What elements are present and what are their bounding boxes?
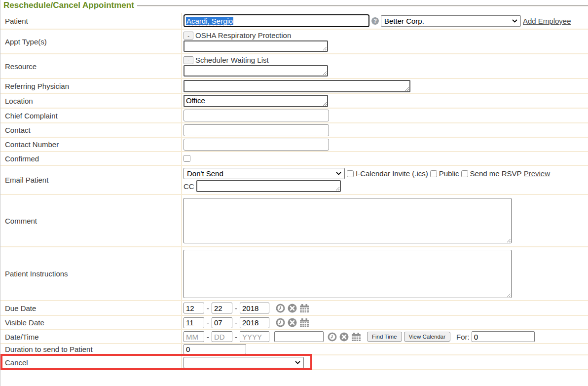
patient-instructions-input[interactable] [184, 250, 512, 298]
icalendar-checkbox[interactable] [347, 170, 354, 177]
contact-number-label: Contact Number [0, 138, 182, 151]
date-separator: - [207, 304, 209, 312]
patient-label: Patient [0, 13, 182, 29]
email-send-select[interactable]: Don't Send [184, 168, 345, 179]
referring-physician-label: Referring Physician [0, 79, 182, 93]
due-date-month-input[interactable] [184, 303, 204, 313]
date-separator: - [207, 333, 209, 341]
clear-date-icon[interactable] [339, 332, 349, 342]
company-select[interactable]: Better Corp. [381, 15, 521, 27]
row-location: Location Office [0, 94, 588, 109]
legend-rule [137, 5, 588, 6]
appt-type-selected: OSHA Respiratory Protection [195, 31, 291, 39]
row-date-time: Date/Time - - Find Time View Calendar [0, 330, 588, 344]
resource-remove-button[interactable]: - [184, 56, 193, 64]
referring-physician-input[interactable] [184, 80, 410, 92]
form-header: Reschedule/Cancel Appointment [0, 0, 588, 13]
row-duration: Duration to send to Patient [0, 344, 588, 355]
rsvp-checkbox-label: Send me RSVP [470, 169, 522, 178]
company-select-value: Better Corp. [384, 17, 424, 25]
clear-date-icon[interactable] [288, 318, 297, 327]
email-send-select-value: Don't Send [187, 169, 223, 178]
date-time-month-input[interactable] [184, 331, 204, 342]
appt-type-label: Appt Type(s) [0, 30, 182, 53]
appt-type-input[interactable] [184, 40, 328, 52]
row-contact: Contact [0, 123, 588, 138]
date-separator: - [235, 318, 237, 327]
due-date-year-input[interactable] [240, 303, 269, 313]
date-time-year-input[interactable] [240, 331, 269, 342]
reschedule-cancel-form: Reschedule/Cancel Appointment Patient Ac… [0, 0, 588, 386]
row-due-date: Due Date - - [0, 301, 588, 316]
chevron-down-icon [512, 19, 517, 23]
calendar-icon[interactable] [299, 318, 309, 327]
date-separator: - [235, 304, 237, 312]
cc-label: CC [184, 182, 194, 191]
patient-instructions-label: Patient Instructions [0, 247, 182, 300]
date-separator: - [235, 333, 237, 341]
calendar-icon[interactable] [351, 332, 361, 342]
chevron-down-icon [295, 361, 300, 364]
comment-label: Comment [0, 195, 182, 246]
clear-date-icon[interactable] [288, 304, 297, 313]
row-cancel: Cancel [0, 355, 588, 370]
row-comment: Comment [0, 195, 588, 247]
resource-input[interactable] [184, 65, 328, 77]
row-referring-physician: Referring Physician [0, 79, 588, 94]
help-icon[interactable]: ? [371, 17, 379, 25]
calendar-icon[interactable] [299, 304, 309, 313]
for-label: For: [456, 333, 470, 341]
row-confirmed: Confirmed [0, 152, 588, 166]
due-date-label: Due Date [0, 301, 182, 315]
public-checkbox-label: Public [439, 169, 459, 178]
duration-input[interactable] [184, 344, 246, 354]
clock-icon[interactable] [276, 304, 285, 313]
duration-label: Duration to send to Patient [0, 344, 182, 354]
cancel-label: Cancel [0, 355, 182, 369]
resource-selected: Scheduler Waiting List [195, 56, 269, 64]
due-date-day-input[interactable] [212, 303, 232, 313]
row-email-patient: Email Patient Don't Send I-Calendar Invi… [0, 166, 588, 195]
view-calendar-button[interactable]: View Calendar [404, 332, 451, 342]
contact-input[interactable] [184, 124, 329, 136]
rsvp-checkbox[interactable] [461, 170, 468, 177]
public-checkbox[interactable] [430, 170, 437, 177]
confirmed-label: Confirmed [0, 152, 182, 165]
row-resource: Resource - Scheduler Waiting List [0, 54, 588, 79]
row-chief-complaint: Chief Complaint [0, 109, 588, 123]
add-employee-link[interactable]: Add Employee [523, 17, 571, 25]
row-appt-type: Appt Type(s) - OSHA Respiratory Protecti… [0, 30, 588, 54]
date-time-label: Date/Time [0, 330, 182, 343]
confirmed-checkbox[interactable] [184, 155, 190, 162]
resource-label: Resource [0, 54, 182, 78]
patient-input-selected-text: Acardi, Sergio [186, 17, 233, 25]
cc-input[interactable] [196, 180, 341, 192]
contact-number-input[interactable] [184, 139, 329, 151]
contact-label: Contact [0, 123, 182, 137]
chief-complaint-label: Chief Complaint [0, 109, 182, 122]
chevron-down-icon [336, 172, 341, 175]
cancel-select[interactable] [184, 357, 304, 368]
chief-complaint-input[interactable] [184, 110, 329, 121]
preview-link[interactable]: Preview [524, 169, 550, 178]
visible-date-day-input[interactable] [212, 317, 232, 328]
for-input[interactable] [472, 331, 535, 342]
date-time-day-input[interactable] [212, 331, 232, 342]
row-patient-instructions: Patient Instructions [0, 247, 588, 301]
email-patient-label: Email Patient [0, 166, 182, 194]
find-time-button[interactable]: Find Time [367, 332, 402, 342]
visible-date-label: Visible Date [0, 316, 182, 329]
visible-date-year-input[interactable] [240, 317, 269, 328]
date-separator: - [207, 318, 209, 327]
visible-date-month-input[interactable] [184, 317, 204, 328]
patient-input[interactable]: Acardi, Sergio [184, 14, 369, 27]
clock-icon[interactable] [276, 318, 285, 327]
location-input[interactable]: Office [184, 95, 328, 107]
row-contact-number: Contact Number [0, 138, 588, 152]
time-input[interactable] [274, 331, 324, 342]
page-title: Reschedule/Cancel Appointment [2, 0, 137, 10]
comment-input[interactable] [184, 198, 512, 243]
appt-type-remove-button[interactable]: - [184, 32, 193, 39]
row-visible-date: Visible Date - - [0, 316, 588, 330]
clock-icon[interactable] [328, 332, 337, 342]
